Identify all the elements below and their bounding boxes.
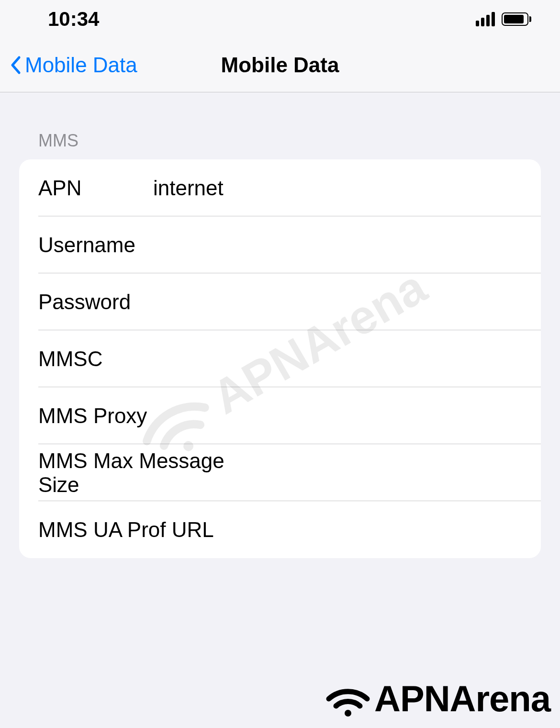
footer-logo: APNArena (322, 678, 550, 719)
wifi-icon (322, 680, 374, 718)
apn-label: APN (38, 176, 153, 200)
footer-text: APNArena (374, 678, 550, 719)
mms-proxy-label: MMS Proxy (38, 404, 153, 428)
username-label: Username (38, 233, 153, 257)
back-button[interactable]: Mobile Data (10, 53, 137, 77)
settings-list: APN Username Password MMSC MMS Proxy MMS… (19, 159, 541, 558)
username-row[interactable]: Username (19, 216, 541, 273)
chevron-left-icon (10, 56, 21, 75)
signal-icon (476, 12, 495, 26)
back-label: Mobile Data (25, 53, 137, 77)
password-input[interactable] (153, 290, 522, 314)
status-icons (476, 12, 531, 26)
mms-max-size-label: MMS Max Message Size (38, 449, 259, 497)
mmsc-label: MMSC (38, 347, 153, 371)
apn-row[interactable]: APN (19, 159, 541, 216)
content-area: MMS APN Username Password MMSC MMS Proxy… (0, 92, 560, 558)
apn-input[interactable] (153, 176, 522, 200)
page-title: Mobile Data (221, 53, 339, 77)
nav-bar: Mobile Data Mobile Data (0, 38, 560, 92)
mms-ua-prof-label: MMS UA Prof URL (38, 518, 214, 542)
status-bar: 10:34 (0, 0, 560, 38)
mmsc-input[interactable] (153, 347, 522, 371)
username-input[interactable] (153, 233, 522, 257)
mmsc-row[interactable]: MMSC (19, 330, 541, 387)
status-time: 10:34 (48, 8, 99, 31)
section-header: MMS (19, 92, 541, 159)
mms-max-size-row[interactable]: MMS Max Message Size (19, 444, 541, 501)
mms-ua-prof-input[interactable] (214, 518, 522, 542)
password-label: Password (38, 290, 153, 314)
mms-ua-prof-row[interactable]: MMS UA Prof URL (19, 501, 541, 558)
password-row[interactable]: Password (19, 273, 541, 330)
mms-max-size-input[interactable] (259, 461, 522, 485)
mms-proxy-row[interactable]: MMS Proxy (19, 387, 541, 444)
battery-icon (502, 12, 531, 26)
svg-point-1 (345, 710, 351, 717)
mms-proxy-input[interactable] (153, 404, 522, 428)
